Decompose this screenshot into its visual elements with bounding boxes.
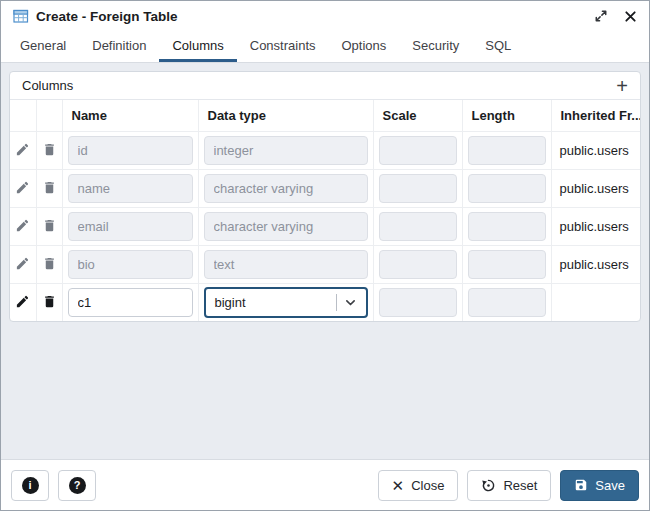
create-foreign-table-dialog: Create - Foreign Table General Definit [0, 0, 650, 511]
pencil-icon [15, 256, 30, 271]
columns-table-header-row: Name Data type Scale Length Inherited Fr… [10, 100, 640, 132]
header-length: Length [462, 100, 551, 132]
columns-table: Name Data type Scale Length Inherited Fr… [10, 100, 640, 321]
info-icon: i [22, 477, 39, 494]
save-button-label: Save [595, 478, 625, 493]
tab-bar: General Definition Columns Constraints O… [1, 31, 649, 63]
tab-constraints[interactable]: Constraints [237, 31, 329, 62]
tab-sql[interactable]: SQL [472, 31, 524, 62]
chevron-down-icon [344, 296, 357, 309]
floppy-disk-icon [574, 478, 588, 492]
close-button-label: Close [411, 478, 444, 493]
column-scale-input [379, 174, 457, 203]
pencil-icon [15, 294, 30, 309]
column-scale-input [379, 288, 457, 317]
header-data-type: Data type [198, 100, 373, 132]
maximize-button[interactable] [594, 9, 608, 23]
inherited-from-value: public.users [551, 170, 640, 208]
save-button[interactable]: Save [560, 470, 639, 501]
table-icon [13, 8, 29, 24]
tab-options[interactable]: Options [329, 31, 400, 62]
pencil-icon [15, 180, 30, 195]
info-button[interactable]: i [11, 470, 49, 501]
header-inherited-from: Inherited Fr... [551, 100, 640, 132]
columns-panel: Columns + Name Data type Scale L [9, 71, 641, 322]
dialog-title: Create - Foreign Table [36, 9, 178, 24]
edit-row-button[interactable] [13, 178, 32, 197]
close-button[interactable]: ✕ Close [378, 470, 459, 501]
reset-button-label: Reset [503, 478, 537, 493]
trash-icon [42, 180, 57, 195]
edit-row-button[interactable] [13, 254, 32, 273]
pencil-icon [15, 142, 30, 157]
delete-row-button[interactable] [40, 140, 59, 159]
column-length-input [468, 250, 546, 279]
delete-row-button[interactable] [40, 254, 59, 273]
table-row-active: bigint [10, 284, 640, 322]
edit-row-button[interactable] [13, 140, 32, 159]
trash-icon [42, 218, 57, 233]
column-scale-input [379, 212, 457, 241]
column-datatype-input [204, 174, 368, 203]
add-column-button[interactable]: + [616, 76, 628, 96]
expand-diagonal-icon [594, 9, 608, 23]
restore-arrow-icon [481, 478, 496, 493]
tab-security[interactable]: Security [399, 31, 472, 62]
table-row: public.users [10, 132, 640, 170]
column-datatype-input [204, 250, 368, 279]
help-button[interactable]: ? [58, 470, 96, 501]
pencil-icon [15, 218, 30, 233]
trash-icon [42, 142, 57, 157]
table-row: public.users [10, 170, 640, 208]
header-scale: Scale [373, 100, 462, 132]
column-length-input [468, 212, 546, 241]
columns-panel-title: Columns [22, 78, 73, 93]
select-divider [336, 294, 337, 311]
help-icon: ? [69, 477, 86, 494]
column-name-input [68, 212, 193, 241]
header-name: Name [62, 100, 198, 132]
column-length-input [468, 288, 546, 317]
close-window-button[interactable] [624, 10, 637, 23]
column-scale-input [379, 136, 457, 165]
tab-general[interactable]: General [7, 31, 79, 62]
close-x-icon [624, 10, 637, 23]
data-type-select[interactable]: bigint [204, 287, 368, 318]
close-x-icon: ✕ [392, 478, 405, 493]
inherited-from-value: public.users [551, 246, 640, 284]
delete-row-button[interactable] [40, 292, 59, 311]
column-scale-input [379, 250, 457, 279]
inherited-from-value: public.users [551, 132, 640, 170]
column-name-input[interactable] [68, 288, 193, 317]
inherited-from-value: public.users [551, 208, 640, 246]
column-name-input [68, 250, 193, 279]
table-row: public.users [10, 208, 640, 246]
tab-columns[interactable]: Columns [159, 31, 236, 62]
trash-icon [42, 256, 57, 271]
column-name-input [68, 174, 193, 203]
column-datatype-input [204, 136, 368, 165]
delete-row-button[interactable] [40, 216, 59, 235]
reset-button[interactable]: Reset [467, 470, 551, 501]
data-type-selected-value: bigint [215, 295, 246, 310]
edit-row-button[interactable] [13, 216, 32, 235]
trash-icon [42, 294, 57, 309]
table-row: public.users [10, 246, 640, 284]
tab-definition[interactable]: Definition [79, 31, 159, 62]
edit-row-button[interactable] [13, 292, 32, 311]
columns-panel-header: Columns + [10, 72, 640, 100]
inherited-from-value [551, 284, 640, 322]
column-name-input [68, 136, 193, 165]
column-length-input [468, 174, 546, 203]
dialog-titlebar: Create - Foreign Table [1, 1, 649, 31]
delete-row-button[interactable] [40, 178, 59, 197]
dialog-footer: i ? ✕ Close Reset [1, 459, 649, 510]
column-datatype-input [204, 212, 368, 241]
dialog-body: Columns + Name Data type Scale L [1, 63, 649, 459]
column-length-input [468, 136, 546, 165]
